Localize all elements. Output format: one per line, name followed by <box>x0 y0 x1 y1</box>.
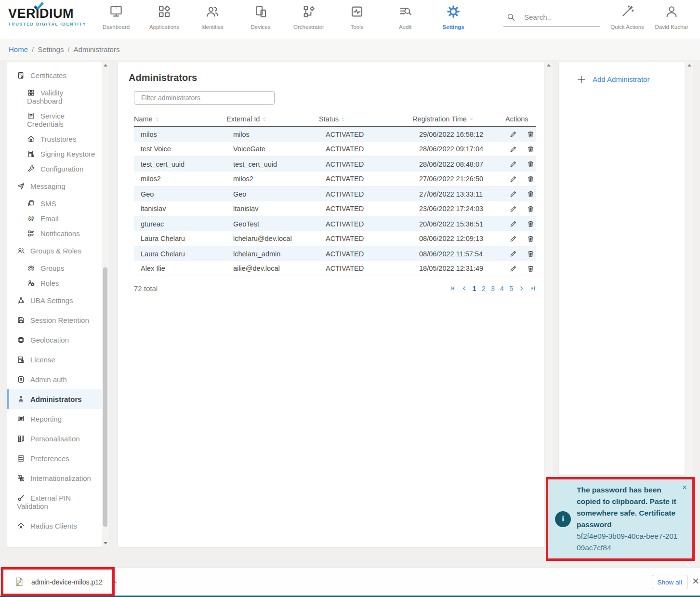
sidebar-item-validity-dashboard[interactable]: Validity Dashboard <box>7 85 102 108</box>
sidebar-item-admin-auth[interactable]: Admin auth <box>7 370 102 389</box>
page-button-1[interactable]: 1 <box>473 285 476 292</box>
column-header-name[interactable]: Name <box>134 115 226 123</box>
downloaded-file-chip[interactable]: admin-device-milos.p12 <box>0 568 118 596</box>
sidebar-item-session-retention[interactable]: Session Retention <box>7 310 102 330</box>
previous-page-button[interactable] <box>461 285 467 292</box>
column-header-status[interactable]: Status <box>319 115 412 123</box>
sort-desc-icon <box>468 116 475 122</box>
scroll-down-arrow[interactable] <box>102 540 109 547</box>
sidebar-item-signing-keystore[interactable]: Signing Keystore <box>7 146 102 161</box>
sidebar-item-external-pin-validation[interactable]: External PIN Validation <box>7 488 102 516</box>
page-button-2[interactable]: 2 <box>482 285 486 292</box>
user-menu[interactable]: David Kuchar <box>648 4 695 30</box>
breadcrumb-administrators: Administrators <box>74 45 120 53</box>
nav-item-settings[interactable]: Settings <box>429 4 477 30</box>
quick-actions-button[interactable]: Quick Actions <box>603 4 651 30</box>
downloads-bar-close-icon[interactable]: × <box>692 575 699 587</box>
veridium-logo[interactable]: VERIDIUM TRUSTED DIGITAL IDENTITY <box>8 7 86 27</box>
translate-icon <box>17 474 25 482</box>
sidebar-item-messaging[interactable]: Messaging <box>7 176 102 196</box>
delete-icon[interactable] <box>527 145 535 153</box>
edit-icon[interactable] <box>509 160 517 168</box>
edit-icon[interactable] <box>509 145 517 153</box>
edit-icon[interactable] <box>509 175 517 183</box>
delete-icon[interactable] <box>527 175 535 183</box>
delete-icon[interactable] <box>527 205 535 213</box>
delete-icon[interactable] <box>527 235 535 243</box>
sidebar-item-truststores[interactable]: Truststores <box>7 132 102 146</box>
sidebar-item-notifications[interactable]: Notifications <box>7 226 102 241</box>
sidebar-item-sms[interactable]: SMS <box>7 196 102 211</box>
edit-icon[interactable] <box>509 265 517 273</box>
filter-administrators-input[interactable] <box>134 91 275 105</box>
sidebar-item-groups-roles[interactable]: Groups & Roles <box>7 241 102 261</box>
table-row: milos milos ACTIVATED 29/06/2022 16:58:1… <box>134 127 536 142</box>
nav-item-audit[interactable]: Audit <box>381 4 429 30</box>
ruler-pen-icon <box>17 435 25 443</box>
edit-icon[interactable] <box>509 220 517 228</box>
delete-icon[interactable] <box>527 250 535 258</box>
column-header-external-id[interactable]: External Id <box>226 115 319 123</box>
edit-icon[interactable] <box>509 205 517 213</box>
edit-icon[interactable] <box>509 190 517 198</box>
column-header-registration-time[interactable]: Registration Time <box>412 115 505 123</box>
sidebar-item-administrators[interactable]: Administrators <box>7 389 102 409</box>
sidebar-item-service-credentials[interactable]: Service Credentials <box>7 108 102 132</box>
scrollbar-thumb[interactable] <box>103 267 107 527</box>
sidebar-item-preferences[interactable]: Preferences <box>7 449 102 468</box>
nav-item-identities[interactable]: Identities <box>188 4 237 30</box>
breadcrumb-settings[interactable]: Settings <box>38 45 64 53</box>
edit-icon[interactable] <box>509 250 517 258</box>
first-page-button[interactable] <box>449 285 456 292</box>
sidebar-scrollbar[interactable] <box>102 62 109 547</box>
scroll-up-arrow[interactable] <box>686 62 693 69</box>
toast-close-icon[interactable]: × <box>682 483 687 491</box>
delete-icon[interactable] <box>527 130 535 138</box>
delete-icon[interactable] <box>527 160 535 168</box>
sidebar-item-geolocation[interactable]: Geolocation <box>7 330 102 350</box>
delete-icon[interactable] <box>527 190 535 198</box>
scroll-up-arrow[interactable] <box>545 62 553 69</box>
page-button-3[interactable]: 3 <box>491 285 495 292</box>
sidebar-item-personalisation[interactable]: Personalisation <box>7 429 102 449</box>
add-administrator-button[interactable]: Add Administrator <box>576 74 685 84</box>
sms-icon <box>27 199 35 208</box>
sidebar-item-certificates[interactable]: Certificates <box>7 66 102 85</box>
sidebar-item-reporting[interactable]: Reporting <box>7 409 102 429</box>
total-count: 72 total <box>134 284 158 292</box>
sidebar-item-license[interactable]: License <box>7 350 102 370</box>
search-input[interactable] <box>524 13 596 21</box>
delete-icon[interactable] <box>527 265 535 273</box>
nav-item-dashboard[interactable]: Dashboard <box>92 4 140 30</box>
sidebar-item-groups[interactable]: Groups <box>7 261 102 276</box>
sidebar-item-email[interactable]: Email <box>7 211 102 226</box>
status-badge: ACTIVATED <box>319 190 412 198</box>
radius-icon <box>17 522 25 530</box>
scroll-up-arrow[interactable] <box>102 62 109 69</box>
nav-item-orchestrator[interactable]: Orchestrator <box>285 4 333 30</box>
sidebar-item-internationalization[interactable]: Internationalization <box>7 468 102 488</box>
settings-sidebar: Certificates Validity Dashboard Service … <box>7 62 102 547</box>
main-scrollbar[interactable] <box>545 62 553 547</box>
notifications-icon <box>27 229 35 238</box>
nav-item-tools[interactable]: Tools <box>333 4 381 30</box>
page-button-4[interactable]: 4 <box>500 285 504 292</box>
next-page-button[interactable] <box>518 285 525 292</box>
sort-updown-icon <box>154 116 160 122</box>
sidebar-item-uba-settings[interactable]: UBA Settings <box>7 291 102 310</box>
paper-plane-icon <box>17 182 25 190</box>
sidebar-item-radius-clients[interactable]: Radius Clients <box>7 516 102 536</box>
identities-icon <box>205 4 220 19</box>
delete-icon[interactable] <box>527 220 535 228</box>
page-button-5[interactable]: 5 <box>509 285 513 292</box>
edit-icon[interactable] <box>509 235 517 243</box>
edit-icon[interactable] <box>509 130 517 138</box>
show-all-button[interactable]: Show all <box>652 575 687 589</box>
status-badge: ACTIVATED <box>319 220 412 228</box>
nav-item-applications[interactable]: Applications <box>140 4 188 30</box>
last-page-button[interactable] <box>530 285 536 292</box>
breadcrumb-home[interactable]: Home <box>9 45 28 53</box>
nav-item-devices[interactable]: Devices <box>237 4 285 30</box>
sidebar-item-configuration[interactable]: Configuration <box>7 161 102 176</box>
sidebar-item-roles[interactable]: Roles <box>7 276 102 291</box>
